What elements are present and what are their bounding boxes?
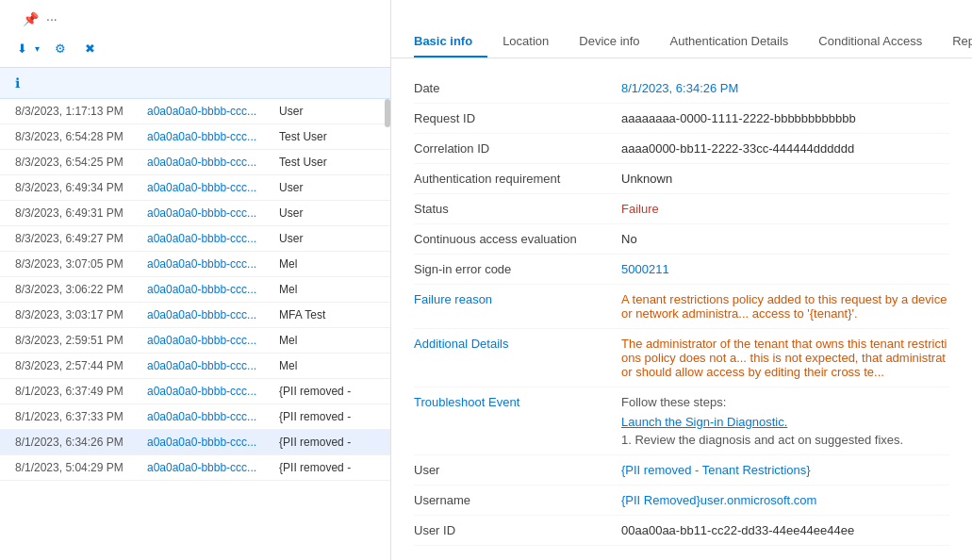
table-row[interactable]: 8/1/2023, 6:37:33 PM a0a0a0a0-bbbb-ccc..… — [0, 404, 390, 430]
detail-value: 8/1/2023, 6:34:26 PM — [621, 81, 949, 95]
table-row[interactable]: 8/3/2023, 1:17:13 PM a0a0a0a0-bbbb-ccc..… — [0, 99, 390, 124]
detail-row: Additional DetailsThe administrator of t… — [414, 329, 949, 387]
log-id: a0a0a0a0-bbbb-ccc... — [132, 150, 264, 175]
log-user: {PII removed - — [264, 379, 390, 404]
table-row[interactable]: 8/3/2023, 6:49:27 PM a0a0a0a0-bbbb-ccc..… — [0, 226, 390, 252]
detail-row: Failure reasonA tenant restrictions poli… — [414, 285, 949, 329]
follow-steps-text: Follow these steps: — [621, 395, 949, 409]
detail-label: User — [414, 463, 621, 477]
table-row[interactable]: 8/1/2023, 5:04:29 PM a0a0a0a0-bbbb-ccc..… — [0, 455, 390, 481]
table-row[interactable]: 8/1/2023, 6:37:49 PM a0a0a0a0-bbbb-ccc..… — [0, 379, 390, 404]
detail-label: Status — [414, 202, 621, 216]
more-icon[interactable]: ··· — [46, 11, 58, 26]
export-icon: ⚙ — [55, 41, 66, 56]
detail-value: Unknown — [621, 172, 949, 186]
log-user: Test User — [264, 124, 390, 150]
table-row[interactable]: 8/3/2023, 3:07:05 PM a0a0a0a0-bbbb-ccc..… — [0, 252, 390, 277]
tab-location[interactable]: Location — [487, 26, 564, 58]
log-user: {PII removed - — [264, 404, 390, 430]
detail-label: Correlation ID — [414, 141, 621, 156]
tab-conditional-access[interactable]: Conditional Access — [803, 26, 937, 58]
tab-bar: Basic infoLocationDevice infoAuthenticat… — [391, 26, 972, 58]
log-user: Test User — [264, 150, 390, 175]
detail-value: No — [621, 232, 949, 246]
export-button[interactable]: ⚙ — [53, 38, 72, 59]
table-row[interactable]: 8/3/2023, 2:59:51 PM a0a0a0a0-bbbb-ccc..… — [0, 328, 390, 354]
detail-content: Date8/1/2023, 6:34:26 PMRequest IDaaaaaa… — [391, 58, 972, 560]
tab-device-info[interactable]: Device info — [564, 26, 654, 58]
launch-link[interactable]: Launch the Sign-in Diagnostic. — [621, 415, 949, 429]
panel-header: 📌 ··· — [0, 0, 390, 34]
detail-row: Correlation IDaaaa0000-bb11-2222-33cc-44… — [414, 134, 949, 164]
tab-authentication-details[interactable]: Authentication Details — [655, 26, 804, 58]
detail-label: Request ID — [414, 111, 621, 125]
log-user: {PII removed - — [264, 430, 390, 455]
detail-value: aaaa0000-bb11-2222-33cc-444444dddddd — [621, 141, 949, 156]
detail-value: Failure — [621, 202, 949, 216]
log-id: a0a0a0a0-bbbb-ccc... — [132, 455, 264, 481]
detail-row: User ID00aa00aa-bb11-cc22-dd33-44ee44ee4… — [414, 516, 949, 546]
detail-label: Additional Details — [414, 337, 621, 351]
log-date: 8/3/2023, 3:03:17 PM — [0, 303, 132, 328]
download-button[interactable]: ⬇ ▾ — [15, 38, 41, 59]
log-user: User — [264, 175, 390, 201]
log-user: MFA Test — [264, 303, 390, 328]
log-id: a0a0a0a0-bbbb-ccc... — [132, 226, 264, 252]
info-banner: ℹ — [0, 68, 390, 99]
log-date: 8/3/2023, 3:06:22 PM — [0, 277, 132, 303]
detail-row: Date8/1/2023, 6:34:26 PM — [414, 74, 949, 104]
pin-icon[interactable]: 📌 — [23, 11, 39, 26]
table-row[interactable]: 8/3/2023, 3:03:17 PM a0a0a0a0-bbbb-ccc..… — [0, 303, 390, 328]
table-row[interactable]: 8/3/2023, 6:49:31 PM a0a0a0a0-bbbb-ccc..… — [0, 201, 390, 226]
detail-row: User{PII removed - Tenant Restrictions} — [414, 455, 949, 486]
table-row[interactable]: 8/3/2023, 3:06:22 PM a0a0a0a0-bbbb-ccc..… — [0, 277, 390, 303]
tab-report-only[interactable]: Report-only — [937, 26, 972, 58]
detail-title — [391, 0, 972, 26]
table-row[interactable]: 8/3/2023, 6:54:28 PM a0a0a0a0-bbbb-ccc..… — [0, 124, 390, 150]
detail-label: Failure reason — [414, 292, 621, 306]
tab-basic-info[interactable]: Basic info — [414, 26, 487, 58]
detail-value: Follow these steps: Launch the Sign-in D… — [621, 395, 949, 447]
detail-row: Authentication requirementUnknown — [414, 164, 949, 194]
log-user: Mel — [264, 328, 390, 354]
troubleshoot-icon: ✖ — [85, 41, 95, 56]
detail-value: 00aa00aa-bb11-cc22-dd33-44ee44ee44ee — [621, 523, 949, 537]
log-user: User — [264, 99, 390, 124]
table-row[interactable]: 8/3/2023, 2:57:44 PM a0a0a0a0-bbbb-ccc..… — [0, 354, 390, 379]
log-id: a0a0a0a0-bbbb-ccc... — [132, 277, 264, 303]
detail-label: Sign-in error code — [414, 262, 621, 276]
log-id: a0a0a0a0-bbbb-ccc... — [132, 175, 264, 201]
log-date: 8/3/2023, 2:57:44 PM — [0, 354, 132, 379]
right-panel: Basic infoLocationDevice infoAuthenticat… — [391, 0, 972, 560]
table-row[interactable]: 8/1/2023, 6:34:26 PM a0a0a0a0-bbbb-ccc..… — [0, 430, 390, 455]
download-icon: ⬇ — [17, 41, 27, 56]
log-date: 8/3/2023, 6:54:25 PM — [0, 150, 132, 175]
log-date: 8/3/2023, 6:54:28 PM — [0, 124, 132, 150]
log-id: a0a0a0a0-bbbb-ccc... — [132, 201, 264, 226]
table-row[interactable]: 8/3/2023, 6:54:25 PM a0a0a0a0-bbbb-ccc..… — [0, 150, 390, 175]
detail-row: Continuous access evaluationNo — [414, 224, 949, 255]
log-user: User — [264, 226, 390, 252]
chevron-down-icon: ▾ — [35, 43, 40, 54]
detail-value: A tenant restrictions policy added to th… — [621, 292, 949, 321]
scroll-thumb[interactable] — [385, 99, 390, 127]
log-date: 8/3/2023, 2:59:51 PM — [0, 328, 132, 354]
log-user: Mel — [264, 354, 390, 379]
log-id: a0a0a0a0-bbbb-ccc... — [132, 328, 264, 354]
log-date: 8/1/2023, 5:04:29 PM — [0, 455, 132, 481]
left-panel: 📌 ··· ⬇ ▾ ⚙ ✖ ℹ 8/3/2023, 1:17:13 PM a0a… — [0, 0, 391, 560]
detail-value: 5000211 — [621, 262, 949, 276]
log-date: 8/3/2023, 1:17:13 PM — [0, 99, 132, 124]
detail-row: Troubleshoot Event Follow these steps: L… — [414, 387, 949, 455]
log-id: a0a0a0a0-bbbb-ccc... — [132, 303, 264, 328]
table-row[interactable]: 8/3/2023, 6:49:34 PM a0a0a0a0-bbbb-ccc..… — [0, 175, 390, 201]
detail-value: aaaaaaaa-0000-1111-2222-bbbbbbbbbbbb — [621, 111, 949, 125]
log-user: Mel — [264, 277, 390, 303]
detail-label: Authentication requirement — [414, 172, 621, 186]
troubleshoot-button[interactable]: ✖ — [83, 38, 101, 59]
log-date: 8/1/2023, 6:37:49 PM — [0, 379, 132, 404]
log-user: Mel — [264, 252, 390, 277]
detail-value: {PII removed - Tenant Restrictions} — [621, 463, 949, 477]
log-date: 8/3/2023, 6:49:34 PM — [0, 175, 132, 201]
detail-value: {PII Removed}user.onmicrosoft.com — [621, 493, 949, 507]
